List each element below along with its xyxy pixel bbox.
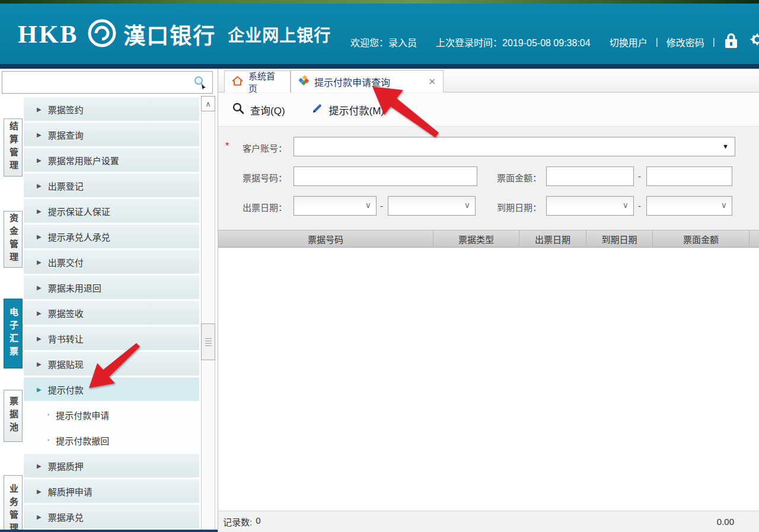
bill-no-label: 票据号码：: [224, 171, 287, 184]
caret-right-icon: ▶: [37, 488, 42, 495]
total-amount: 0.00: [717, 517, 734, 527]
chevron-down-icon: ∨: [623, 200, 629, 210]
welcome-text: 欢迎您：录入员: [350, 35, 417, 49]
caret-right-icon: ▶: [37, 514, 42, 520]
caret-right-icon: ▶: [37, 310, 42, 316]
results-table-header: 票据号码 票据类型 出票日期 到期日期 票面金额: [218, 230, 759, 248]
sidebar: 结算管理 资金管理 电子汇票 票据池 业务管理 ▶票据签约 ▶票据查询 ▶票据常…: [0, 69, 218, 532]
tab-strip: 系统首页 提示付款申请查询 ✕: [218, 69, 759, 92]
menu-item-unpledge-apply[interactable]: ▶解质押申请: [24, 479, 199, 503]
menu-item-issue-register[interactable]: ▶出票登记: [24, 174, 199, 197]
pencil-icon: [311, 102, 323, 117]
menu-item-issue-deliver[interactable]: ▶出票交付: [24, 250, 199, 274]
chevron-up-icon: ∧: [205, 100, 211, 108]
scroll-up-button[interactable]: ∧: [201, 96, 215, 111]
column-header-amount[interactable]: 票面金额: [653, 230, 750, 247]
results-table-body: [218, 248, 759, 511]
due-date-from-select[interactable]: ∨: [546, 196, 634, 216]
range-dash: -: [638, 201, 641, 211]
issue-date-from-select[interactable]: ∨: [294, 196, 377, 216]
sidebar-tab-ebill[interactable]: 电子汇票: [4, 299, 23, 368]
sidebar-tab-settlement[interactable]: 结算管理: [4, 118, 23, 177]
amount-min-input[interactable]: [546, 166, 634, 186]
grip-lines-icon: [205, 338, 212, 347]
due-date-to-select[interactable]: ∨: [646, 196, 732, 216]
issue-date-to-select[interactable]: ∨: [388, 196, 476, 216]
amount-max-input[interactable]: [646, 166, 732, 186]
menu-search-input[interactable]: [7, 74, 185, 91]
gear-icon[interactable]: [747, 31, 759, 53]
last-login-text: 上次登录时间：2019-05-08 09:38:04: [436, 35, 591, 49]
menu-item-discount[interactable]: ▶票据贴现: [24, 352, 199, 376]
hkb-logo-text: HKB: [18, 20, 78, 49]
scrollbar-thumb[interactable]: [201, 323, 215, 360]
tab-home[interactable]: 系统首页: [224, 70, 291, 92]
portal-name: 企业网上银行: [228, 23, 331, 46]
column-header-bill-no[interactable]: 票据号码: [218, 230, 433, 247]
issue-date-label: 出票日期：: [224, 201, 287, 213]
switch-user-link[interactable]: 切换用户: [610, 35, 648, 49]
menu-item-payment-apply[interactable]: •提示付款申请: [24, 403, 199, 427]
caret-right-icon: ▶: [37, 106, 42, 113]
bill-no-input[interactable]: [294, 166, 477, 186]
clover-icon: [298, 75, 309, 88]
tab-payment-query-label: 提示付款申请查询: [314, 75, 390, 89]
column-header-bill-type[interactable]: 票据类型: [433, 230, 519, 247]
sidebar-tab-funds[interactable]: 资金管理: [4, 211, 23, 268]
query-button[interactable]: 查询(Q): [232, 102, 285, 117]
menu-item-common-account[interactable]: ▶票据常用账户设置: [24, 148, 199, 172]
caret-right-icon: ▶: [37, 259, 42, 265]
menu-item-pledge[interactable]: ▶票据质押: [24, 454, 199, 477]
menu-item-bill-sign[interactable]: ▶票据签约: [24, 97, 199, 121]
menu-search-box[interactable]: [2, 71, 213, 94]
status-bar: 记录数: 0 0.00: [218, 511, 759, 532]
menu-item-bill-receive[interactable]: ▶票据签收: [24, 301, 199, 325]
search-cursor-icon[interactable]: [193, 76, 206, 90]
sidebar-menu: ▶票据签约 ▶票据查询 ▶票据常用账户设置 ▶出票登记 ▶提示保证人保证 ▶提示…: [24, 97, 199, 530]
range-dash: -: [638, 171, 641, 181]
sidebar-bottom-strip: [0, 530, 218, 532]
home-icon: [232, 76, 243, 88]
lock-icon[interactable]: [723, 33, 739, 52]
menu-item-guarantor[interactable]: ▶提示保证人保证: [24, 199, 199, 223]
header-bar: HKB 漢口银行 企业网上银行 欢迎您：录入员 上次登录时间：2019-05-0…: [0, 4, 759, 64]
tab-home-label: 系统首页: [248, 69, 283, 94]
separator: |: [656, 37, 658, 47]
caret-right-icon: ▶: [37, 208, 42, 214]
caret-right-icon: ▶: [37, 284, 42, 291]
column-header-due-date[interactable]: 到期日期: [586, 230, 653, 247]
sidebar-tab-business[interactable]: 业务管理: [4, 475, 23, 532]
sidebar-tab-billpool[interactable]: 票据池: [4, 390, 23, 442]
caret-right-icon: ▶: [37, 182, 42, 189]
main-area: 系统首页 提示付款申请查询 ✕: [218, 69, 759, 532]
menu-item-payment-withdraw[interactable]: •提示付款撤回: [24, 428, 199, 452]
query-form: * 客户账号： ▼ 票据号码： 票面金额： - 出票日期： ∨ - ∨ 到期日期…: [218, 127, 759, 224]
column-header-issue-date[interactable]: 出票日期: [519, 230, 586, 247]
menu-item-payment-prompt[interactable]: ▶提示付款: [24, 377, 199, 401]
toolbar: 查询(Q) 提示付款(M): [218, 93, 759, 127]
close-icon[interactable]: ✕: [428, 76, 436, 87]
app-window: HKB 漢口银行 企业网上银行 欢迎您：录入员 上次登录时间：2019-05-0…: [0, 0, 759, 532]
menu-item-unused-return[interactable]: ▶票据未用退回: [24, 275, 199, 299]
chevron-down-icon: ∨: [464, 200, 470, 210]
payment-button[interactable]: 提示付款(M): [311, 102, 384, 117]
change-password-link[interactable]: 修改密码: [666, 35, 704, 49]
query-button-label: 查询(Q): [250, 102, 285, 117]
menu-item-acceptor[interactable]: ▶提示承兑人承兑: [24, 225, 199, 248]
caret-right-icon: ▶: [37, 233, 42, 240]
menu-item-endorse[interactable]: ▶背书转让: [24, 326, 199, 350]
tab-payment-query[interactable]: 提示付款申请查询 ✕: [291, 70, 444, 92]
menu-item-bill-accept[interactable]: ▶票据承兑: [24, 505, 199, 528]
menu-item-bill-query[interactable]: ▶票据查询: [24, 123, 199, 146]
sidebar-scrollbar: ∧: [201, 96, 215, 532]
account-dropdown[interactable]: ▼: [294, 137, 735, 156]
caret-right-icon: ▶: [37, 361, 42, 367]
chevron-down-icon: ∨: [721, 200, 727, 210]
scrollbar-track[interactable]: [201, 111, 215, 532]
bank-name: 漢口银行: [123, 18, 216, 50]
record-count-value: 0: [256, 515, 260, 528]
search-icon: [232, 102, 244, 117]
caret-right-icon: ▶: [37, 132, 42, 138]
brand-block: HKB 漢口银行 企业网上银行: [18, 18, 331, 51]
chevron-down-icon: ∨: [365, 200, 371, 210]
